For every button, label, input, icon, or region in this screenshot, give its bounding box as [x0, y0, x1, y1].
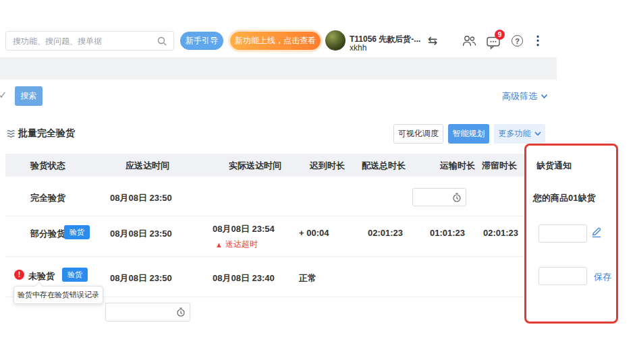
row-divider: [5, 216, 526, 216]
col-header-transport: 运输时长: [440, 160, 475, 172]
row1-stockout-notice: 您的商品01缺货: [533, 192, 595, 204]
switch-account-icon[interactable]: ⇆: [428, 34, 437, 48]
row2-overtime-warning: ▲ 送达超时: [215, 239, 258, 250]
clock-icon[interactable]: [452, 193, 462, 202]
row2-inspect-button[interactable]: 验货: [64, 225, 90, 239]
error-icon: !: [14, 270, 24, 280]
row3-notice-input[interactable]: [539, 267, 587, 285]
new-feature-button[interactable]: 新功能上线，点击查看: [230, 32, 321, 50]
row3-actual: 08月08日 23:40: [213, 272, 275, 284]
expected-time-input[interactable]: [110, 307, 173, 317]
row3-late-status: 正常: [299, 272, 316, 284]
row2-expected: 08月08日 23:50: [110, 228, 172, 240]
search-icon[interactable]: [157, 36, 167, 46]
expected-time-input-box: [105, 303, 190, 322]
global-search-box[interactable]: [5, 31, 174, 51]
row1-status: 完全验货: [30, 192, 65, 204]
col-header-actual: 实际送达时间: [229, 160, 281, 172]
row2-notice-input[interactable]: [539, 224, 587, 243]
global-search-input[interactable]: [13, 36, 153, 46]
row3-status: 未验货: [28, 270, 55, 282]
visual-dispatch-button[interactable]: 可视化调度: [393, 124, 443, 144]
col-header-expected: 应送达时间: [126, 160, 169, 172]
app-page: 新手引导 新功能上线，点击查看 T11056 先款后货-... xkhh ⇆ 9…: [0, 0, 635, 364]
row2-retention-duration: 02:01:23: [483, 228, 518, 238]
help-icon[interactable]: ?: [512, 35, 523, 47]
col-header-retention: 滞留时长: [482, 160, 517, 172]
row2-actual: 08月08日 23:54: [213, 223, 275, 235]
overflow-menu-icon[interactable]: ⋮: [532, 33, 544, 48]
row1-transport-time-input-box: [412, 188, 466, 206]
row2-transport-duration: 01:01:23: [430, 228, 465, 238]
save-link[interactable]: 保存: [594, 271, 611, 283]
advanced-filter-link[interactable]: 高级筛选: [502, 90, 548, 102]
users-icon[interactable]: [462, 35, 476, 47]
col-header-late: 迟到时长: [310, 160, 345, 172]
col-header-status: 验货状态: [30, 160, 65, 172]
row2-total-duration: 02:01:23: [368, 228, 403, 238]
batch-section-icon: [7, 129, 16, 141]
row2-warning-label: 送达超时: [225, 239, 258, 250]
row3-inspect-button[interactable]: 验货: [62, 268, 88, 282]
col-header-notice: 缺货通知: [536, 160, 572, 172]
inspection-error-tooltip: 验货中存在验货错误记录: [13, 286, 103, 304]
toolbar-strip: [0, 57, 557, 80]
row3-expected: 08月08日 23:50: [110, 272, 172, 284]
section-title: 批量完全验货: [18, 127, 75, 140]
col-header-total: 配送总时长: [362, 160, 406, 172]
warning-triangle-icon: ▲: [215, 241, 223, 249]
search-button[interactable]: 搜索: [15, 86, 43, 106]
chevron-down-icon: [534, 131, 541, 136]
clock-icon[interactable]: [176, 307, 186, 317]
check-icon: ✓: [0, 89, 7, 101]
advanced-filter-label: 高级筛选: [502, 90, 537, 102]
row1-expected: 08月08日 23:50: [110, 192, 172, 204]
message-count-badge: 9: [495, 30, 505, 40]
row2-status: 部分验货: [30, 228, 65, 240]
row2-late-duration: + 00:04: [299, 228, 329, 238]
row1-transport-time-input[interactable]: [417, 193, 449, 202]
row-divider: [5, 256, 526, 257]
newbie-guide-button[interactable]: 新手引导: [180, 32, 223, 50]
account-id: xkhh: [350, 43, 366, 53]
more-features-button[interactable]: 更多功能: [494, 124, 545, 144]
smart-planning-button[interactable]: 智能规划: [448, 124, 489, 144]
edit-pencil-icon[interactable]: [591, 227, 602, 238]
chevron-down-icon: [541, 94, 548, 99]
more-features-label: 更多功能: [499, 128, 531, 140]
avatar[interactable]: [325, 30, 346, 51]
